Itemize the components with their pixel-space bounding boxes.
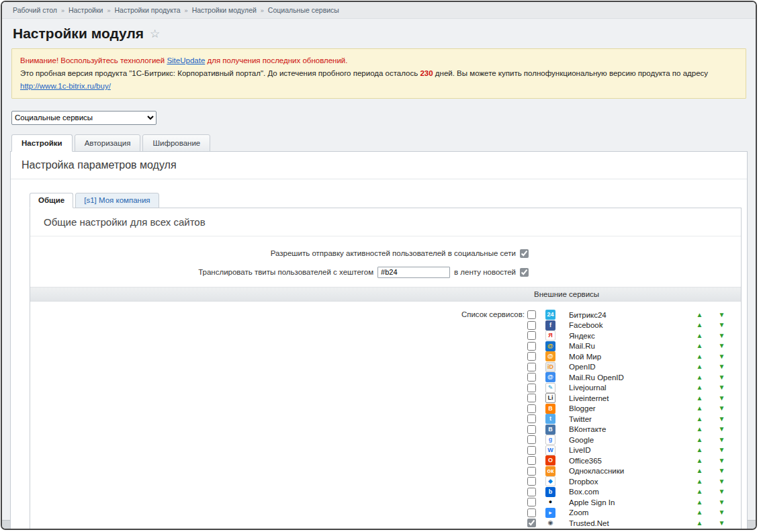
service-icon: 24 — [545, 310, 555, 320]
service-checkbox[interactable] — [527, 321, 536, 330]
move-down-icon[interactable]: ▼ — [717, 384, 726, 391]
service-checkbox[interactable] — [527, 352, 536, 361]
move-down-icon[interactable]: ▼ — [717, 488, 726, 495]
move-down-icon[interactable]: ▼ — [717, 416, 726, 423]
siteupdate-link[interactable]: SiteUpdate — [167, 56, 205, 64]
move-down-icon[interactable]: ▼ — [717, 322, 726, 328]
move-down-icon[interactable]: ▼ — [717, 520, 726, 527]
move-up-icon[interactable]: ▲ — [695, 426, 704, 433]
service-checkbox[interactable] — [527, 404, 536, 413]
move-up-icon[interactable]: ▲ — [695, 416, 704, 423]
move-up-icon[interactable]: ▲ — [695, 457, 704, 464]
move-up-icon[interactable]: ▲ — [695, 343, 704, 349]
service-icon: f — [545, 320, 555, 330]
tweets-suffix-label: в ленту новостей — [454, 268, 516, 276]
module-select[interactable]: Социальные сервисы — [11, 111, 157, 125]
service-icon: Li — [545, 393, 555, 403]
module-tab[interactable]: Настройки — [11, 134, 73, 152]
move-up-icon[interactable]: ▲ — [695, 509, 704, 516]
service-checkbox[interactable] — [527, 456, 536, 465]
service-row: B Blogger ▲ ▼ — [527, 403, 726, 414]
move-up-icon[interactable]: ▲ — [695, 405, 704, 412]
move-up-icon[interactable]: ▲ — [695, 437, 704, 443]
service-checkbox[interactable] — [527, 384, 536, 392]
hashtag-input[interactable] — [377, 267, 450, 278]
move-down-icon[interactable]: ▼ — [717, 509, 726, 516]
service-checkbox[interactable] — [527, 425, 536, 434]
module-tab[interactable]: Шифрование — [142, 134, 210, 152]
module-tab[interactable]: Авторизация — [75, 134, 141, 152]
move-down-icon[interactable]: ▼ — [717, 312, 726, 318]
move-down-icon[interactable]: ▼ — [717, 332, 726, 339]
favorite-star-icon[interactable]: ☆ — [150, 27, 160, 41]
service-row: Я Яндекс ▲ ▼ — [527, 330, 726, 341]
service-checkbox[interactable] — [527, 467, 536, 476]
move-down-icon[interactable]: ▼ — [717, 353, 726, 360]
breadcrumb-separator-icon: » — [107, 7, 110, 14]
settings-tab[interactable]: Общие — [30, 193, 73, 208]
move-down-icon[interactable]: ▼ — [717, 468, 726, 474]
move-up-icon[interactable]: ▲ — [695, 384, 704, 391]
trial-days-count: 230 — [420, 69, 433, 77]
move-up-icon[interactable]: ▲ — [695, 488, 704, 495]
service-row: @ Мой Мир ▲ ▼ — [527, 351, 726, 362]
move-down-icon[interactable]: ▼ — [717, 447, 726, 453]
service-row: g Google ▲ ▼ — [527, 435, 726, 445]
settings-tab[interactable]: [s1] Моя компания — [75, 193, 159, 208]
move-down-icon[interactable]: ▼ — [717, 374, 726, 381]
move-up-icon[interactable]: ▲ — [695, 312, 704, 318]
breadcrumb-item[interactable]: Настройки продукта — [114, 6, 180, 14]
module-select-row: Социальные сервисы — [11, 111, 746, 125]
move-down-icon[interactable]: ▼ — [717, 343, 726, 349]
service-icon: ▸ — [545, 508, 555, 518]
move-down-icon[interactable]: ▼ — [717, 478, 726, 485]
breadcrumb-item[interactable]: Настройки модулей — [192, 6, 257, 14]
service-name: Facebook — [569, 321, 695, 329]
service-checkbox[interactable] — [527, 446, 536, 455]
move-down-icon[interactable]: ▼ — [717, 395, 726, 402]
service-checkbox[interactable] — [527, 477, 536, 486]
service-checkbox[interactable] — [527, 488, 536, 496]
move-down-icon[interactable]: ▼ — [717, 499, 726, 506]
move-up-icon[interactable]: ▲ — [695, 374, 704, 381]
service-checkbox[interactable] — [527, 394, 536, 402]
service-checkbox[interactable] — [527, 519, 536, 527]
service-checkbox[interactable] — [527, 363, 536, 371]
move-up-icon[interactable]: ▲ — [695, 322, 704, 328]
move-up-icon[interactable]: ▲ — [695, 520, 704, 527]
move-down-icon[interactable]: ▼ — [717, 426, 726, 433]
tweets-checkbox[interactable] — [520, 268, 529, 277]
move-up-icon[interactable]: ▲ — [695, 468, 704, 474]
move-up-icon[interactable]: ▲ — [695, 395, 704, 402]
breadcrumb: Рабочий стол»Настройки»Настройки продукт… — [2, 2, 756, 19]
service-checkbox[interactable] — [527, 508, 536, 517]
move-down-icon[interactable]: ▼ — [717, 457, 726, 464]
service-checkbox[interactable] — [527, 435, 536, 444]
move-up-icon[interactable]: ▲ — [695, 353, 704, 360]
service-checkbox[interactable] — [527, 310, 536, 319]
move-up-icon[interactable]: ▲ — [695, 447, 704, 453]
service-list: 24 Битрикс24 ▲ ▼ f Facebook ▲ ▼ Я Яндекс… — [527, 310, 726, 529]
buy-link[interactable]: http://www.1c-bitrix.ru/buy/ — [20, 82, 111, 90]
service-row: ◆ Dropbox ▲ ▼ — [527, 476, 726, 487]
move-down-icon[interactable]: ▼ — [717, 363, 726, 370]
service-icon: В — [545, 425, 555, 435]
service-checkbox[interactable] — [527, 342, 536, 351]
service-checkbox[interactable] — [527, 373, 536, 382]
breadcrumb-item[interactable]: Рабочий стол — [13, 6, 57, 14]
move-down-icon[interactable]: ▼ — [717, 405, 726, 412]
service-checkbox[interactable] — [527, 331, 536, 340]
move-up-icon[interactable]: ▲ — [695, 332, 704, 339]
allow-activity-checkbox[interactable] — [520, 249, 529, 258]
move-up-icon[interactable]: ▲ — [695, 478, 704, 485]
service-checkbox[interactable] — [527, 414, 536, 423]
breadcrumb-item[interactable]: Социальные сервисы — [268, 6, 339, 14]
allow-activity-row: Разрешить отправку активностей пользоват… — [30, 247, 741, 260]
breadcrumb-item[interactable]: Настройки — [69, 6, 103, 14]
move-up-icon[interactable]: ▲ — [695, 363, 704, 370]
move-down-icon[interactable]: ▼ — [717, 437, 726, 443]
move-up-icon[interactable]: ▲ — [695, 499, 704, 506]
page-title: Настройки модуля — [13, 26, 144, 42]
service-checkbox[interactable] — [527, 498, 536, 506]
service-name: Blogger — [569, 404, 695, 412]
